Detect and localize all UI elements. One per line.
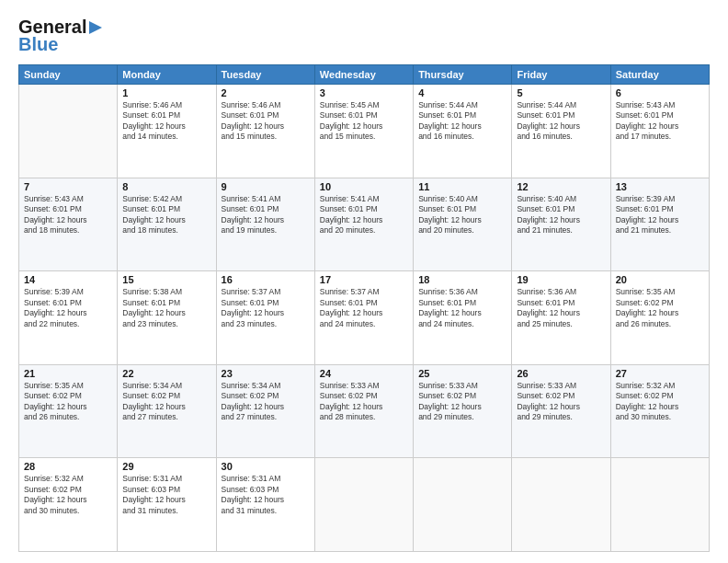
calendar-body: 1Sunrise: 5:46 AMSunset: 6:01 PMDaylight… — [19, 85, 710, 552]
calendar-week-3: 14Sunrise: 5:39 AMSunset: 6:01 PMDayligh… — [19, 271, 710, 365]
day-header-sunday: Sunday — [19, 65, 118, 85]
day-info: Sunrise: 5:31 AMSunset: 6:03 PMDaylight:… — [222, 474, 310, 516]
day-number: 28 — [24, 461, 112, 472]
day-number: 30 — [222, 461, 310, 472]
day-info: Sunrise: 5:32 AMSunset: 6:02 PMDaylight:… — [616, 381, 704, 423]
day-number: 11 — [418, 181, 506, 192]
svg-marker-0 — [89, 21, 102, 34]
calendar-cell: 15Sunrise: 5:38 AMSunset: 6:01 PMDayligh… — [118, 271, 216, 365]
calendar-cell: 18Sunrise: 5:36 AMSunset: 6:01 PMDayligh… — [414, 271, 512, 365]
calendar-cell: 11Sunrise: 5:40 AMSunset: 6:01 PMDayligh… — [414, 178, 512, 271]
day-header-friday: Friday — [512, 65, 610, 85]
logo: General Blue — [18, 17, 104, 55]
calendar-week-2: 7Sunrise: 5:43 AMSunset: 6:01 PMDaylight… — [19, 178, 710, 271]
day-number: 22 — [122, 368, 210, 379]
calendar-cell — [414, 458, 512, 552]
day-number: 14 — [24, 274, 112, 285]
calendar-cell: 30Sunrise: 5:31 AMSunset: 6:03 PMDayligh… — [216, 458, 314, 552]
calendar-cell: 2Sunrise: 5:46 AMSunset: 6:01 PMDaylight… — [216, 85, 314, 178]
day-info: Sunrise: 5:32 AMSunset: 6:02 PMDaylight:… — [24, 474, 112, 516]
day-info: Sunrise: 5:37 AMSunset: 6:01 PMDaylight:… — [320, 287, 408, 329]
day-info: Sunrise: 5:44 AMSunset: 6:01 PMDaylight:… — [418, 100, 506, 143]
day-info: Sunrise: 5:45 AMSunset: 6:01 PMDaylight:… — [320, 100, 408, 143]
day-number: 15 — [122, 274, 210, 285]
calendar-cell: 20Sunrise: 5:35 AMSunset: 6:02 PMDayligh… — [610, 271, 709, 365]
calendar-cell: 19Sunrise: 5:36 AMSunset: 6:01 PMDayligh… — [512, 271, 610, 365]
calendar-header-row: SundayMondayTuesdayWednesdayThursdayFrid… — [19, 65, 710, 85]
calendar-cell: 25Sunrise: 5:33 AMSunset: 6:02 PMDayligh… — [414, 364, 512, 458]
day-info: Sunrise: 5:39 AMSunset: 6:01 PMDaylight:… — [24, 287, 112, 329]
day-info: Sunrise: 5:43 AMSunset: 6:01 PMDaylight:… — [616, 100, 704, 143]
day-number: 5 — [517, 87, 605, 98]
day-number: 27 — [616, 368, 704, 379]
calendar-cell: 23Sunrise: 5:34 AMSunset: 6:02 PMDayligh… — [216, 364, 314, 458]
day-info: Sunrise: 5:36 AMSunset: 6:01 PMDaylight:… — [517, 287, 605, 329]
calendar-table: SundayMondayTuesdayWednesdayThursdayFrid… — [18, 64, 710, 552]
day-info: Sunrise: 5:42 AMSunset: 6:01 PMDaylight:… — [122, 194, 210, 236]
calendar-cell: 7Sunrise: 5:43 AMSunset: 6:01 PMDaylight… — [19, 178, 118, 271]
day-number: 20 — [616, 274, 704, 285]
calendar-cell — [512, 458, 610, 552]
calendar-cell: 16Sunrise: 5:37 AMSunset: 6:01 PMDayligh… — [216, 271, 314, 365]
day-info: Sunrise: 5:40 AMSunset: 6:01 PMDaylight:… — [517, 194, 605, 236]
day-info: Sunrise: 5:41 AMSunset: 6:01 PMDaylight:… — [320, 194, 408, 236]
day-number: 6 — [616, 87, 704, 98]
day-number: 21 — [24, 368, 112, 379]
day-number: 7 — [24, 181, 112, 192]
calendar-cell: 4Sunrise: 5:44 AMSunset: 6:01 PMDaylight… — [414, 85, 512, 178]
calendar-cell: 12Sunrise: 5:40 AMSunset: 6:01 PMDayligh… — [512, 178, 610, 271]
calendar-cell: 14Sunrise: 5:39 AMSunset: 6:01 PMDayligh… — [19, 271, 118, 365]
calendar-cell: 5Sunrise: 5:44 AMSunset: 6:01 PMDaylight… — [512, 85, 610, 178]
day-number: 3 — [320, 87, 408, 98]
calendar-cell: 22Sunrise: 5:34 AMSunset: 6:02 PMDayligh… — [118, 364, 216, 458]
calendar-week-1: 1Sunrise: 5:46 AMSunset: 6:01 PMDaylight… — [19, 85, 710, 178]
day-number: 1 — [122, 87, 210, 98]
day-header-wednesday: Wednesday — [314, 65, 413, 85]
calendar-cell: 24Sunrise: 5:33 AMSunset: 6:02 PMDayligh… — [314, 364, 413, 458]
day-info: Sunrise: 5:35 AMSunset: 6:02 PMDaylight:… — [24, 381, 112, 423]
day-info: Sunrise: 5:40 AMSunset: 6:01 PMDaylight:… — [418, 194, 506, 236]
calendar-cell: 10Sunrise: 5:41 AMSunset: 6:01 PMDayligh… — [314, 178, 413, 271]
day-info: Sunrise: 5:46 AMSunset: 6:01 PMDaylight:… — [122, 100, 210, 143]
calendar-cell: 29Sunrise: 5:31 AMSunset: 6:03 PMDayligh… — [118, 458, 216, 552]
day-number: 9 — [222, 181, 310, 192]
day-info: Sunrise: 5:33 AMSunset: 6:02 PMDaylight:… — [320, 381, 408, 423]
calendar-week-4: 21Sunrise: 5:35 AMSunset: 6:02 PMDayligh… — [19, 364, 710, 458]
day-number: 2 — [222, 87, 310, 98]
day-info: Sunrise: 5:34 AMSunset: 6:02 PMDaylight:… — [122, 381, 210, 423]
day-number: 12 — [517, 181, 605, 192]
day-number: 29 — [122, 461, 210, 472]
day-number: 23 — [222, 368, 310, 379]
calendar-cell: 26Sunrise: 5:33 AMSunset: 6:02 PMDayligh… — [512, 364, 610, 458]
day-info: Sunrise: 5:33 AMSunset: 6:02 PMDaylight:… — [418, 381, 506, 423]
day-info: Sunrise: 5:39 AMSunset: 6:01 PMDaylight:… — [616, 194, 704, 236]
header: General Blue — [18, 17, 710, 55]
day-number: 18 — [418, 274, 506, 285]
day-number: 25 — [418, 368, 506, 379]
day-number: 26 — [517, 368, 605, 379]
calendar-page: General Blue SundayMondayTuesdayWednesda… — [0, 0, 728, 563]
calendar-cell: 21Sunrise: 5:35 AMSunset: 6:02 PMDayligh… — [19, 364, 118, 458]
logo-arrow-icon — [87, 19, 104, 36]
day-number: 4 — [418, 87, 506, 98]
day-info: Sunrise: 5:35 AMSunset: 6:02 PMDaylight:… — [616, 287, 704, 329]
calendar-cell: 17Sunrise: 5:37 AMSunset: 6:01 PMDayligh… — [314, 271, 413, 365]
day-info: Sunrise: 5:31 AMSunset: 6:03 PMDaylight:… — [122, 474, 210, 516]
day-header-saturday: Saturday — [610, 65, 709, 85]
day-header-tuesday: Tuesday — [216, 65, 314, 85]
calendar-cell: 9Sunrise: 5:41 AMSunset: 6:01 PMDaylight… — [216, 178, 314, 271]
calendar-cell: 3Sunrise: 5:45 AMSunset: 6:01 PMDaylight… — [314, 85, 413, 178]
calendar-cell: 13Sunrise: 5:39 AMSunset: 6:01 PMDayligh… — [610, 178, 709, 271]
day-info: Sunrise: 5:46 AMSunset: 6:01 PMDaylight:… — [222, 100, 310, 143]
calendar-cell: 1Sunrise: 5:46 AMSunset: 6:01 PMDaylight… — [118, 85, 216, 178]
day-number: 10 — [320, 181, 408, 192]
calendar-cell — [314, 458, 413, 552]
calendar-cell — [19, 85, 118, 178]
day-info: Sunrise: 5:38 AMSunset: 6:01 PMDaylight:… — [122, 287, 210, 329]
day-info: Sunrise: 5:37 AMSunset: 6:01 PMDaylight:… — [222, 287, 310, 329]
day-header-monday: Monday — [118, 65, 216, 85]
day-info: Sunrise: 5:33 AMSunset: 6:02 PMDaylight:… — [517, 381, 605, 423]
day-number: 16 — [222, 274, 310, 285]
calendar-cell: 27Sunrise: 5:32 AMSunset: 6:02 PMDayligh… — [610, 364, 709, 458]
calendar-week-5: 28Sunrise: 5:32 AMSunset: 6:02 PMDayligh… — [19, 458, 710, 552]
